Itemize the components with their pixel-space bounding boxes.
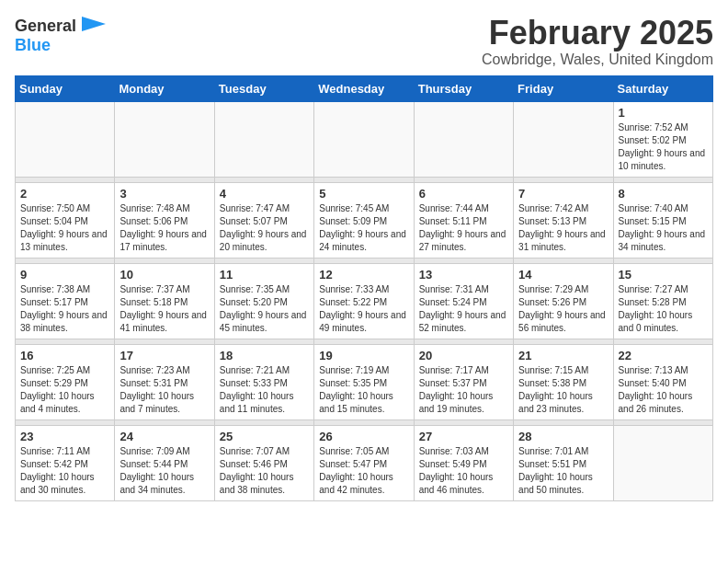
day-info: Sunrise: 7:13 AM Sunset: 5:40 PM Dayligh… [619, 364, 708, 416]
calendar-cell: 10Sunrise: 7:37 AM Sunset: 5:18 PM Dayli… [115, 263, 214, 339]
weekday-header-thursday: Thursday [414, 75, 513, 101]
day-info: Sunrise: 7:40 AM Sunset: 5:15 PM Dayligh… [619, 202, 708, 254]
svg-marker-0 [82, 17, 106, 31]
day-number: 16 [20, 349, 109, 362]
day-info: Sunrise: 7:45 AM Sunset: 5:09 PM Dayligh… [319, 202, 408, 254]
day-info: Sunrise: 7:48 AM Sunset: 5:06 PM Dayligh… [119, 202, 209, 254]
calendar-week-row-4: 16Sunrise: 7:25 AM Sunset: 5:29 PM Dayli… [16, 344, 713, 419]
day-number: 18 [220, 349, 309, 362]
day-number: 17 [119, 349, 209, 362]
calendar-cell: 8Sunrise: 7:40 AM Sunset: 5:15 PM Daylig… [613, 182, 712, 258]
weekday-header-wednesday: Wednesday [314, 75, 414, 101]
day-info: Sunrise: 7:42 AM Sunset: 5:13 PM Dayligh… [518, 202, 608, 254]
day-info: Sunrise: 7:37 AM Sunset: 5:18 PM Dayligh… [119, 283, 209, 335]
page-header: General Blue February 2025 Cowbridge, Wa… [15, 15, 713, 68]
day-info: Sunrise: 7:52 AM Sunset: 5:02 PM Dayligh… [619, 121, 708, 173]
day-info: Sunrise: 7:50 AM Sunset: 5:04 PM Dayligh… [20, 202, 109, 254]
title-section: February 2025 Cowbridge, Wales, United K… [482, 15, 713, 68]
day-info: Sunrise: 7:38 AM Sunset: 5:17 PM Dayligh… [20, 283, 109, 335]
calendar-cell: 2Sunrise: 7:50 AM Sunset: 5:04 PM Daylig… [16, 182, 115, 258]
calendar-week-row-1: 1Sunrise: 7:52 AM Sunset: 5:02 PM Daylig… [16, 101, 713, 177]
day-number: 6 [419, 187, 508, 201]
calendar-cell: 26Sunrise: 7:05 AM Sunset: 5:47 PM Dayli… [314, 425, 414, 500]
weekday-header-sunday: Sunday [16, 75, 115, 101]
calendar-cell: 9Sunrise: 7:38 AM Sunset: 5:17 PM Daylig… [16, 263, 115, 339]
day-info: Sunrise: 7:23 AM Sunset: 5:31 PM Dayligh… [119, 364, 209, 416]
day-number: 11 [220, 268, 309, 282]
day-number: 2 [20, 187, 109, 201]
day-number: 8 [619, 187, 708, 201]
calendar-cell [514, 101, 613, 177]
weekday-header-friday: Friday [514, 75, 613, 101]
day-info: Sunrise: 7:25 AM Sunset: 5:29 PM Dayligh… [20, 364, 109, 416]
calendar-week-row-5: 23Sunrise: 7:11 AM Sunset: 5:42 PM Dayli… [16, 425, 713, 500]
calendar-cell: 13Sunrise: 7:31 AM Sunset: 5:24 PM Dayli… [414, 263, 513, 339]
calendar-week-row-3: 9Sunrise: 7:38 AM Sunset: 5:17 PM Daylig… [16, 263, 713, 339]
calendar-cell: 23Sunrise: 7:11 AM Sunset: 5:42 PM Dayli… [16, 425, 115, 500]
day-info: Sunrise: 7:21 AM Sunset: 5:33 PM Dayligh… [220, 364, 309, 416]
day-number: 14 [518, 268, 608, 282]
day-number: 27 [419, 430, 508, 443]
calendar-cell [314, 101, 414, 177]
day-number: 19 [319, 349, 408, 362]
day-number: 1 [619, 106, 708, 120]
calendar-cell: 3Sunrise: 7:48 AM Sunset: 5:06 PM Daylig… [115, 182, 214, 258]
calendar-cell [214, 101, 313, 177]
logo: General Blue [15, 15, 108, 54]
calendar-cell [16, 101, 115, 177]
day-number: 3 [119, 187, 209, 201]
day-info: Sunrise: 7:07 AM Sunset: 5:46 PM Dayligh… [220, 445, 309, 497]
day-number: 5 [319, 187, 408, 201]
day-number: 12 [319, 268, 408, 282]
calendar-cell: 28Sunrise: 7:01 AM Sunset: 5:51 PM Dayli… [514, 425, 613, 500]
logo-flag-icon [80, 15, 108, 37]
calendar-cell: 18Sunrise: 7:21 AM Sunset: 5:33 PM Dayli… [214, 344, 313, 419]
calendar-cell: 6Sunrise: 7:44 AM Sunset: 5:11 PM Daylig… [414, 182, 513, 258]
calendar-cell: 20Sunrise: 7:17 AM Sunset: 5:37 PM Dayli… [414, 344, 513, 419]
calendar-cell: 12Sunrise: 7:33 AM Sunset: 5:22 PM Dayli… [314, 263, 414, 339]
calendar-cell: 1Sunrise: 7:52 AM Sunset: 5:02 PM Daylig… [613, 101, 712, 177]
calendar-cell: 21Sunrise: 7:15 AM Sunset: 5:38 PM Dayli… [514, 344, 613, 419]
day-info: Sunrise: 7:11 AM Sunset: 5:42 PM Dayligh… [20, 445, 109, 497]
day-number: 4 [220, 187, 309, 201]
month-title: February 2025 [482, 15, 713, 52]
day-info: Sunrise: 7:31 AM Sunset: 5:24 PM Dayligh… [419, 283, 508, 335]
weekday-header-saturday: Saturday [613, 75, 712, 101]
calendar-cell: 22Sunrise: 7:13 AM Sunset: 5:40 PM Dayli… [613, 344, 712, 419]
calendar-cell: 11Sunrise: 7:35 AM Sunset: 5:20 PM Dayli… [214, 263, 313, 339]
weekday-header-tuesday: Tuesday [214, 75, 313, 101]
day-number: 21 [518, 349, 608, 362]
day-info: Sunrise: 7:44 AM Sunset: 5:11 PM Dayligh… [419, 202, 508, 254]
day-info: Sunrise: 7:27 AM Sunset: 5:28 PM Dayligh… [619, 283, 708, 335]
calendar-cell: 19Sunrise: 7:19 AM Sunset: 5:35 PM Dayli… [314, 344, 414, 419]
logo-general: General [15, 17, 76, 34]
calendar-cell: 14Sunrise: 7:29 AM Sunset: 5:26 PM Dayli… [514, 263, 613, 339]
weekday-header-monday: Monday [115, 75, 214, 101]
calendar-cell [115, 101, 214, 177]
day-number: 25 [220, 430, 309, 443]
calendar-cell: 7Sunrise: 7:42 AM Sunset: 5:13 PM Daylig… [514, 182, 613, 258]
calendar-cell: 15Sunrise: 7:27 AM Sunset: 5:28 PM Dayli… [613, 263, 712, 339]
calendar-week-row-2: 2Sunrise: 7:50 AM Sunset: 5:04 PM Daylig… [16, 182, 713, 258]
day-number: 10 [119, 268, 209, 282]
calendar-cell [414, 101, 513, 177]
day-number: 26 [319, 430, 408, 443]
day-number: 9 [20, 268, 109, 282]
day-number: 20 [419, 349, 508, 362]
day-info: Sunrise: 7:17 AM Sunset: 5:37 PM Dayligh… [419, 364, 508, 416]
calendar-cell: 24Sunrise: 7:09 AM Sunset: 5:44 PM Dayli… [115, 425, 214, 500]
day-number: 23 [20, 430, 109, 443]
day-number: 7 [518, 187, 608, 201]
day-number: 15 [619, 268, 708, 282]
calendar-cell: 27Sunrise: 7:03 AM Sunset: 5:49 PM Dayli… [414, 425, 513, 500]
day-info: Sunrise: 7:33 AM Sunset: 5:22 PM Dayligh… [319, 283, 408, 335]
day-info: Sunrise: 7:29 AM Sunset: 5:26 PM Dayligh… [518, 283, 608, 335]
day-info: Sunrise: 7:35 AM Sunset: 5:20 PM Dayligh… [220, 283, 309, 335]
location-subtitle: Cowbridge, Wales, United Kingdom [482, 52, 713, 68]
calendar-cell: 25Sunrise: 7:07 AM Sunset: 5:46 PM Dayli… [214, 425, 313, 500]
day-number: 24 [119, 430, 209, 443]
day-number: 22 [619, 349, 708, 362]
day-number: 28 [518, 430, 608, 443]
day-info: Sunrise: 7:47 AM Sunset: 5:07 PM Dayligh… [220, 202, 309, 254]
calendar-cell: 16Sunrise: 7:25 AM Sunset: 5:29 PM Dayli… [16, 344, 115, 419]
